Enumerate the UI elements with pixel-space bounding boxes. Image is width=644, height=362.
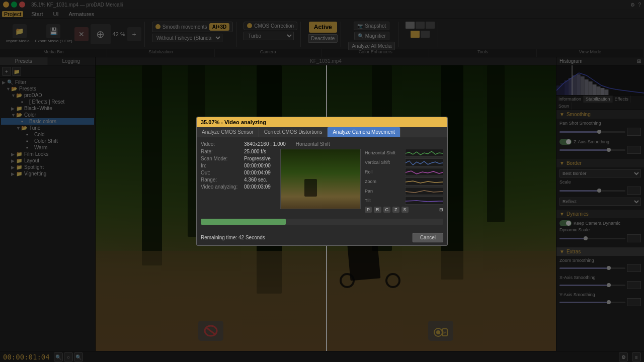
z-btn[interactable]: Z bbox=[392, 207, 399, 213]
zoom-graph: Zoom bbox=[365, 177, 443, 186]
modal-title: 35.07% - Video analyzing bbox=[201, 119, 266, 125]
tilt-line bbox=[405, 197, 443, 205]
modal-content: Video: 3840x2160 : 1.000 Horizontal Shif… bbox=[197, 137, 447, 231]
video-analyzing-modal: 35.07% - Video analyzing Analyze CMOS Se… bbox=[196, 117, 448, 246]
progress-fill bbox=[201, 219, 286, 225]
zoom-line bbox=[405, 177, 443, 186]
p-btn[interactable]: P bbox=[365, 207, 372, 213]
modal-info-column: Rate: 25.000 f/s Scan Mode: Progressive … bbox=[201, 149, 276, 213]
vertical-shift-graph: Vertical Shift bbox=[365, 158, 443, 166]
motion-graphs: Horizontal Shift Vertical Shift bbox=[365, 149, 443, 213]
r-btn[interactable]: R bbox=[374, 207, 381, 213]
horizontal-shift-graph: Horizontal Shift bbox=[365, 149, 443, 157]
modal-tab-cmos-sensor[interactable]: Analyze CMOS Sensor bbox=[197, 127, 259, 137]
info-row-1: Video: 3840x2160 : 1.000 Horizontal Shif… bbox=[201, 141, 443, 147]
remaining-time: Remaining time: 42 Seconds bbox=[201, 235, 265, 240]
modal-tab-camera-movement[interactable]: Analyze Camera Movement bbox=[328, 127, 400, 137]
pan-line bbox=[405, 187, 443, 195]
v-shift-line bbox=[405, 158, 443, 166]
prcz-controls: P R C Z S ⊟ bbox=[365, 207, 443, 213]
progress-track bbox=[201, 219, 443, 225]
progress-bar-area bbox=[201, 217, 443, 227]
modal-tabs: Analyze CMOS Sensor Correct CMOS Distort… bbox=[197, 127, 447, 137]
video-info: Video: 3840x2160 : 1.000 bbox=[201, 141, 286, 147]
modal-titlebar: 35.07% - Video analyzing bbox=[197, 117, 447, 127]
pan-graph: Pan bbox=[365, 187, 443, 195]
in-info: In: 00:00:00:00 bbox=[201, 163, 276, 168]
modal-video-preview bbox=[280, 149, 361, 209]
roll-graph: Roll bbox=[365, 168, 443, 176]
out-info: Out: 00:00:04:09 bbox=[201, 170, 276, 175]
cancel-button[interactable]: Cancel bbox=[413, 233, 443, 242]
rate-info: Rate: 25.000 f/s bbox=[201, 149, 276, 154]
modal-footer: Remaining time: 42 Seconds Cancel bbox=[197, 231, 447, 245]
tilt-graph: Tilt bbox=[365, 197, 443, 205]
scan-info: Scan Mode: Progressive bbox=[201, 156, 276, 161]
expand-icon[interactable]: ⊟ bbox=[439, 207, 443, 212]
horizontal-shift-info: Horizontal Shift bbox=[296, 141, 336, 147]
analyzing-info: Video analyzing: 00:00:03:09 bbox=[201, 184, 276, 190]
h-shift-line bbox=[405, 149, 443, 157]
s-btn[interactable]: S bbox=[401, 207, 409, 213]
modal-overlay: 35.07% - Video analyzing Analyze CMOS Se… bbox=[0, 0, 644, 362]
modal-body: Rate: 25.000 f/s Scan Mode: Progressive … bbox=[201, 149, 443, 213]
modal-tab-correct-cmos[interactable]: Correct CMOS Distortions bbox=[259, 127, 328, 137]
range-info: Range: 4.360 sec. bbox=[201, 177, 276, 183]
roll-line bbox=[405, 168, 443, 176]
c-btn[interactable]: C bbox=[383, 207, 391, 213]
